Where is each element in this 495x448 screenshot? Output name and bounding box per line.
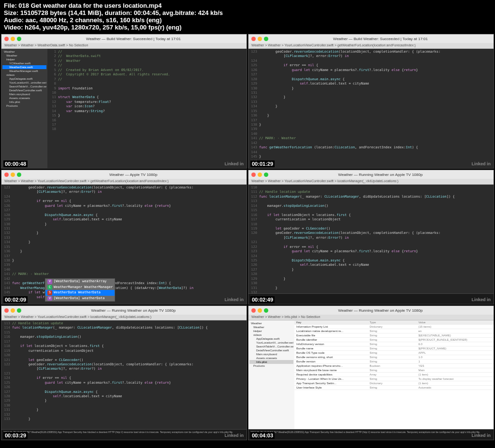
- code-line: 127 DispatchQueue.main.async {: [1, 390, 247, 394]
- sidebar-item[interactable]: DetailViewController.swift: [249, 348, 293, 352]
- project-navigator[interactable]: WeatherWeatherHelpervideosAppDelegate.sw…: [248, 320, 294, 440]
- thumbnail-1[interactable]: Weather — Build Weather: Succeeded | Tod…: [248, 34, 494, 169]
- plist-row[interactable]: Bundle versions string, shortString1.0: [294, 355, 494, 360]
- minimize-icon[interactable]: [258, 37, 262, 41]
- sidebar-item[interactable]: Assets.xcassets: [2, 96, 46, 100]
- sidebar-item[interactable]: AppDelegate.swift: [2, 77, 46, 81]
- close-icon[interactable]: [251, 37, 256, 41]
- sidebar-item[interactable]: Info.plist: [2, 100, 46, 104]
- plist-row[interactable]: Bundle nameString$(PRODUCT_NAME): [294, 347, 494, 351]
- code-line: 139: [1, 263, 247, 267]
- plist-row[interactable]: App Transport Security Settin...Dictiona…: [294, 381, 494, 386]
- code-line: 139: [248, 127, 494, 131]
- code-line: 130: [1, 404, 247, 408]
- minimize-icon[interactable]: [11, 173, 15, 177]
- autocomplete-item[interactable]: V[WeatherData] weatherArray: [45, 279, 115, 284]
- plist-row[interactable]: Privacy - Location When In Use Us...Stri…: [294, 377, 494, 381]
- sidebar-item[interactable]: YourLocationVi...ontroller.swift: [249, 341, 293, 345]
- thumbnail-3[interactable]: Weather — Running Weather on Apple TV 10…: [248, 170, 494, 304]
- sidebar-item[interactable]: YourLocationVi...ontroller.swift: [2, 81, 46, 85]
- sidebar-item[interactable]: Weather: [249, 325, 293, 329]
- plist-row[interactable]: Main storyboard file base nameStringMain: [294, 368, 494, 373]
- plist-row[interactable]: Information Property ListDictionary(15 i…: [294, 325, 494, 329]
- project-navigator[interactable]: WeatherWeatherHelperYCWeather.swiftWeath…: [1, 49, 47, 168]
- sidebar-item[interactable]: Assets.xcassets: [249, 356, 293, 360]
- code-line: 130 }: [248, 87, 494, 91]
- close-icon[interactable]: [4, 308, 9, 313]
- thumbnail-4[interactable]: Weather — Running Weather on Apple TV 10…: [1, 305, 247, 440]
- code-line: 134 }: [248, 104, 494, 109]
- sidebar-item[interactable]: videos: [249, 333, 293, 337]
- plist-row[interactable]: Executable fileString$(EXECUTABLE_NAME): [294, 333, 494, 338]
- sidebar-item[interactable]: YCWeather.swift: [2, 61, 46, 65]
- sidebar-item[interactable]: SearchTableVi...Controller.swift: [2, 85, 46, 88]
- code-editor[interactable]: 110111// Handle location update112func l…: [248, 185, 494, 304]
- code-line: 118 if let locationObject = locations.fi…: [1, 344, 247, 348]
- sidebar-item[interactable]: Main.storyboard: [2, 92, 46, 96]
- console-output[interactable]: 2017-06-28 17:02:32.367 Weather[9126:230…: [1, 429, 247, 440]
- thumbnail-5[interactable]: Weather — Running Weather on Apple TV 10…: [248, 305, 494, 440]
- plist-row[interactable]: Application requires iPhone enviro...Boo…: [294, 364, 494, 368]
- code-line: 127: [248, 72, 494, 77]
- maximize-icon[interactable]: [264, 173, 268, 177]
- close-icon[interactable]: [251, 173, 256, 177]
- sidebar-item[interactable]: Products: [2, 104, 46, 108]
- maximize-icon[interactable]: [17, 37, 21, 41]
- sidebar-item[interactable]: DetailViewController.swift: [2, 88, 46, 92]
- breadcrumb[interactable]: Weather > Weather > Info.plist > No Sele…: [248, 315, 494, 320]
- maximize-icon[interactable]: [17, 173, 21, 177]
- breadcrumb[interactable]: Weather > Weather > YourLocationViewCont…: [248, 43, 494, 49]
- sidebar-item[interactable]: Main.storyboard: [249, 352, 293, 356]
- breadcrumb[interactable]: Weather > Weather > YourLocationViewCont…: [1, 315, 247, 320]
- minimize-icon[interactable]: [11, 308, 15, 313]
- sidebar-item[interactable]: Weather: [249, 321, 293, 325]
- sidebar-item[interactable]: SearchTableVi...Controller.swift: [249, 345, 293, 348]
- sidebar-item[interactable]: Products: [249, 364, 293, 368]
- plist-row[interactable]: Bundle identifierString$(PRODUCT_BUNDLE_…: [294, 338, 494, 342]
- breadcrumb[interactable]: Weather > Weather > YourLocationViewCont…: [248, 179, 494, 185]
- minimize-icon[interactable]: [11, 37, 15, 41]
- close-icon[interactable]: [251, 308, 256, 313]
- close-icon[interactable]: [4, 37, 9, 41]
- plist-row[interactable]: User Interface StyleStringAutomatic: [294, 386, 494, 390]
- minimize-icon[interactable]: [258, 173, 262, 177]
- autocomplete-item[interactable]: SWeatherData WeatherData: [45, 290, 115, 295]
- autocomplete-item[interactable]: V[WeatherData] weatherData: [45, 296, 115, 301]
- breadcrumb[interactable]: Weather > Weather > YourLocationViewCont…: [1, 179, 247, 185]
- thumbnail-2[interactable]: Weather — Apple TV 1080pWeather > Weathe…: [1, 170, 247, 304]
- plist-editor[interactable]: KeyTypeValueInformation Property ListDic…: [294, 320, 494, 440]
- sidebar-item[interactable]: AppDelegate.swift: [249, 337, 293, 341]
- breadcrumb[interactable]: Weather > Weather > WeatherData.swift > …: [1, 43, 247, 49]
- code-editor[interactable]: 123 geoCoder.reverseGeocodeLocation(loca…: [248, 49, 494, 168]
- plist-row[interactable]: Bundle OS Type codeStringAPPL: [294, 351, 494, 355]
- sidebar-item[interactable]: Helper: [249, 329, 293, 333]
- console-output[interactable]: 2017-06-28 17:22:53.367 Weather[9126:230…: [248, 429, 494, 440]
- autocomplete-popup[interactable]: V[WeatherData] weatherArrayCWeatherManag…: [45, 278, 115, 302]
- maximize-icon[interactable]: [17, 308, 21, 313]
- close-icon[interactable]: [4, 173, 9, 177]
- thumbnail-0[interactable]: Weather — Build Weather: Succeeded | Tod…: [1, 34, 247, 169]
- code-line: 12 var temperature:Float?: [47, 100, 247, 104]
- plist-row[interactable]: Localization native development re...Str…: [294, 329, 494, 333]
- sidebar-item[interactable]: WeatherData.swift: [2, 65, 46, 69]
- autocomplete-item[interactable]: CWeatherManager WeatherManager: [45, 285, 115, 290]
- code-editor[interactable]: 1//2// WeatherData.swift3// Weather4//5/…: [47, 49, 247, 168]
- code-editor[interactable]: 123 geoCoder.reverseGeocodeLocation(loca…: [1, 185, 247, 304]
- maximize-icon[interactable]: [264, 37, 268, 41]
- linkedin-watermark: Linked in: [471, 297, 491, 302]
- sidebar-item[interactable]: WeatherManager.swift: [2, 69, 46, 73]
- console-output[interactable]: [248, 293, 494, 304]
- sidebar-item[interactable]: Weather: [2, 54, 46, 58]
- sidebar-item[interactable]: Helper: [2, 58, 46, 61]
- maximize-icon[interactable]: [264, 308, 268, 313]
- plist-row[interactable]: Bundle versionString1: [294, 360, 494, 364]
- sidebar-item[interactable]: Info.plist: [249, 360, 293, 364]
- code-line: 127: [1, 208, 247, 213]
- minimize-icon[interactable]: [258, 308, 262, 313]
- plist-row[interactable]: Required device capabilitiesArray(1 item…: [294, 373, 494, 377]
- timestamp-overlay: 00:02:09: [3, 296, 28, 303]
- sidebar-item[interactable]: videos: [2, 73, 46, 77]
- code-editor[interactable]: 113// Handle location update114func loca…: [1, 320, 247, 440]
- plist-row[interactable]: InfoDictionary versionString6.0: [294, 342, 494, 347]
- sidebar-item[interactable]: Weather: [2, 50, 46, 54]
